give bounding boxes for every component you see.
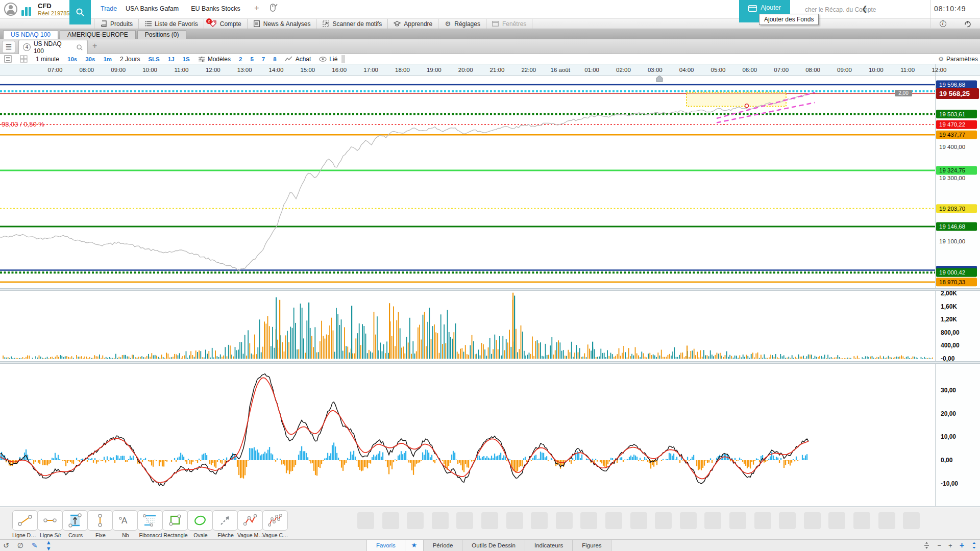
empty-tool-slot[interactable] [481, 512, 498, 529]
tool-fixe[interactable]: Fixe [87, 510, 113, 538]
info-icon[interactable]: i [940, 20, 946, 27]
chart-toolbar-item-30s[interactable]: 30s [81, 54, 99, 64]
toolbar-button-apprendre[interactable]: Apprendre [388, 19, 438, 29]
watchlist-tab-1[interactable]: EU Banks Stocks [191, 5, 240, 12]
empty-tool-slot[interactable] [804, 512, 821, 529]
empty-tool-slot[interactable] [655, 512, 672, 529]
chart-toolbar-item-legend-icon[interactable] [0, 54, 16, 64]
trade-menu[interactable]: Trade [101, 5, 117, 12]
empty-tool-slot[interactable] [456, 512, 473, 529]
chart-toolbar-item-mod-les[interactable]: Modèles [194, 54, 235, 64]
tool-cours[interactable]: Cours [62, 510, 88, 538]
chart-toolbar-item-5[interactable]: 5 [246, 54, 257, 64]
empty-tool-slot[interactable] [704, 512, 721, 529]
empty-tool-slot[interactable] [828, 512, 845, 529]
workspace-tab-0[interactable]: US NDAQ 100 [3, 30, 58, 39]
empty-tool-slot[interactable] [357, 512, 374, 529]
search-button[interactable] [69, 0, 91, 24]
add-watchlist-tab-button[interactable]: + [254, 3, 259, 13]
empty-tool-slot[interactable] [680, 512, 697, 529]
tool-fibonacci[interactable]: Fibonacci [137, 510, 163, 538]
chart-toolbar-item-li-[interactable]: Lié [315, 54, 341, 64]
price-tick-label: 19 100,00 [939, 238, 965, 244]
chart-toolbar-item-1s[interactable]: 1S [179, 54, 194, 64]
zoom-in-icon[interactable]: + [948, 542, 952, 549]
tool-nb[interactable]: ANb [112, 510, 138, 538]
tool-fl-che[interactable]: Flèche [212, 510, 238, 538]
chart-menu-button[interactable]: ☰ [2, 41, 15, 53]
bottom-tab-indicateurs[interactable]: Indicateurs [525, 540, 573, 551]
profile-icon[interactable] [4, 3, 17, 16]
chart-toolbar-item-layout-icon[interactable] [16, 54, 32, 64]
collapse-chevron-icon[interactable]: ❮ [862, 5, 868, 13]
fit-vertical-icon[interactable] [923, 542, 930, 549]
add-chart-tab-button[interactable]: + [92, 41, 97, 51]
empty-tool-slot[interactable] [407, 512, 424, 529]
app-logo-icon [21, 4, 34, 16]
empty-tool-slot[interactable] [853, 512, 870, 529]
toolbar-button-compte[interactable]: 2Compte [204, 19, 248, 29]
chart-toolbar-item-2[interactable]: 2 [235, 54, 246, 64]
power-icon[interactable] [964, 20, 971, 28]
tool-ligne-s-r[interactable]: Ligne S/r [37, 510, 63, 538]
chart-toolbar-item-1m[interactable]: 1m [99, 54, 116, 64]
toolbar-button-r-glages[interactable]: ⚙Réglages [438, 19, 486, 29]
sort-arrows-icon[interactable]: ▲▼ [46, 539, 52, 551]
crosshair-icon[interactable]: + [960, 541, 964, 550]
toolbar-button-scanner-de-motifs[interactable]: Scanner de motifs [316, 19, 388, 29]
empty-tool-slot[interactable] [630, 512, 647, 529]
tool-rectangle[interactable]: Rectangle [162, 510, 188, 538]
chart-toolbar-item-10s[interactable]: 10s [63, 54, 81, 64]
empty-tool-slot[interactable] [605, 512, 622, 529]
empty-tool-slot[interactable] [878, 512, 895, 529]
chart-toolbar-item-sls[interactable]: SLS [144, 54, 163, 64]
tool-ovale[interactable]: Ovale [187, 510, 213, 538]
chart-settings-button[interactable]: ⚙ Paramètres [938, 54, 978, 64]
scale-arrows-icon[interactable] [971, 542, 977, 549]
empty-tool-slot[interactable] [903, 512, 920, 529]
empty-tool-slot[interactable] [432, 512, 449, 529]
toolbar-button-news-analyses[interactable]: News & Analyses [248, 19, 317, 29]
erase-icon[interactable]: ∅ [17, 541, 23, 549]
empty-tool-slot[interactable] [729, 512, 746, 529]
zoom-out-icon[interactable]: − [937, 542, 941, 549]
bottom-tab-outils-de-dessin[interactable]: Outils De Dessin [462, 540, 525, 551]
undo-icon[interactable]: ↺ [3, 541, 9, 549]
tool-vague-mo-[interactable]: Vague Mo... [237, 510, 263, 538]
instrument-search-icon[interactable] [76, 44, 83, 51]
chart-toolbar-item-2-jours[interactable]: 2 Jours [116, 54, 144, 64]
chart-area[interactable]: 07:0008:0009:0010:0011:0012:0013:0014:00… [0, 64, 980, 508]
workspace-tab-2[interactable]: Positions (0) [137, 30, 187, 39]
chart-toolbar-item-1-minute[interactable]: 1 minute [32, 54, 63, 64]
empty-tool-slot[interactable] [506, 512, 523, 529]
chart-toolbar-item-achat[interactable]: Achat [281, 54, 315, 64]
svg-text:19 568,25: 19 568,25 [939, 90, 970, 97]
toolbar-button-liste-de-favoris[interactable]: Liste de Favoris [139, 19, 204, 29]
svg-text:19 324,75: 19 324,75 [939, 167, 965, 173]
empty-tool-slot[interactable] [556, 512, 573, 529]
bottom-tab-figures[interactable]: Figures [573, 540, 611, 551]
chart-toolbar-item-8[interactable]: 8 [269, 54, 280, 64]
chart-toolbar-item-1j[interactable]: 1J [164, 54, 179, 64]
workspace-tab-1[interactable]: AMERIQUE-EUROPE [60, 30, 136, 39]
favorites-star-icon[interactable]: ★ [405, 540, 424, 551]
eye-icon [319, 57, 327, 62]
empty-tool-slot[interactable] [754, 512, 771, 529]
bottom-tab-favoris[interactable]: Favoris [366, 540, 405, 551]
header-right-icons: i [930, 19, 980, 29]
empty-tool-slot[interactable] [779, 512, 796, 529]
svg-text:18 970,33: 18 970,33 [939, 279, 965, 285]
empty-tool-slot[interactable] [531, 512, 548, 529]
tool-ligne-de-[interactable]: Ligne De ... [12, 510, 38, 538]
toolbar-button-produits[interactable]: Produits [94, 19, 139, 29]
chart-tab-active[interactable]: 4 US NDAQ 100 [18, 40, 88, 54]
edit-pencil-icon[interactable]: ✎ [32, 541, 38, 549]
bottom-tab-p-riode[interactable]: Période [424, 540, 463, 551]
ellipse-icon [187, 510, 213, 531]
tool-vague-co-[interactable]: Vague Co... [262, 510, 288, 538]
watchlist-tab-0[interactable]: USA Banks Gafam [126, 5, 179, 12]
chart-toolbar-item-7[interactable]: 7 [258, 54, 269, 64]
mouse-settings-icon[interactable] [270, 3, 278, 14]
empty-tool-slot[interactable] [382, 512, 399, 529]
empty-tool-slot[interactable] [580, 512, 597, 529]
